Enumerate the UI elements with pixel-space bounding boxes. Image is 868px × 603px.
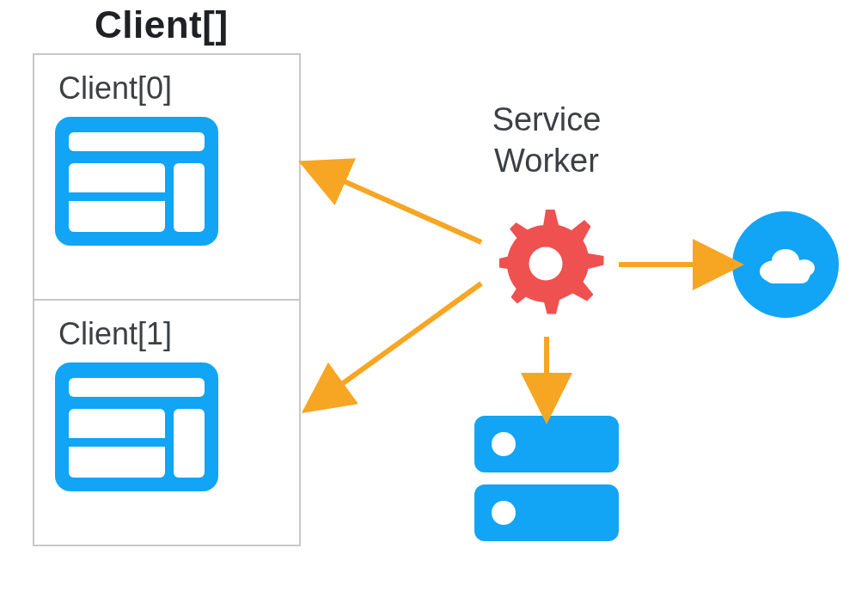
clients-group: Client[0] Client[1] bbox=[33, 53, 301, 546]
svg-rect-8 bbox=[174, 409, 205, 478]
diagram-canvas: Client[] Client[0] Client[1] ServiceWork bbox=[0, 0, 868, 603]
browser-window-icon bbox=[55, 117, 218, 246]
client-1-label: Client[1] bbox=[58, 316, 280, 352]
svg-rect-6 bbox=[69, 378, 205, 397]
svg-rect-9 bbox=[69, 438, 165, 447]
client-0-box: Client[0] bbox=[33, 53, 301, 301]
arrow-sw-to-client1 bbox=[327, 283, 481, 395]
client-1-box: Client[1] bbox=[33, 299, 301, 546]
cloud-icon bbox=[732, 211, 839, 318]
server-stack-icon bbox=[474, 416, 619, 545]
client-0-label: Client[0] bbox=[58, 70, 280, 107]
arrow-sw-to-client0 bbox=[327, 174, 481, 242]
svg-rect-4 bbox=[69, 192, 165, 201]
svg-rect-3 bbox=[174, 163, 205, 232]
svg-point-11 bbox=[529, 247, 563, 281]
service-worker-label: ServiceWorker bbox=[452, 100, 641, 181]
svg-point-21 bbox=[492, 501, 516, 525]
svg-point-19 bbox=[492, 432, 516, 456]
gear-icon bbox=[481, 199, 610, 328]
browser-window-icon bbox=[55, 362, 218, 491]
clients-array-title: Client[] bbox=[95, 3, 229, 46]
svg-rect-1 bbox=[69, 132, 205, 151]
svg-rect-17 bbox=[765, 268, 810, 283]
